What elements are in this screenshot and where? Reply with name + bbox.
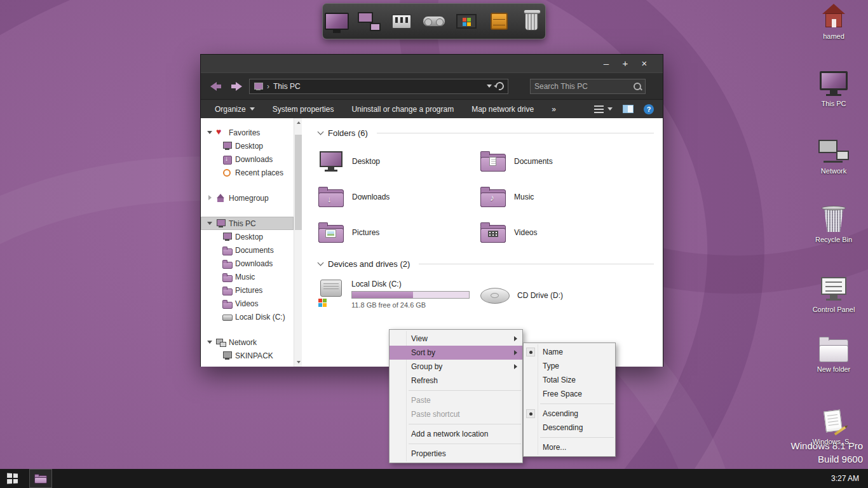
sidebar-item-videos[interactable]: Videos [201, 297, 294, 310]
submenu-item-name[interactable]: Name [524, 345, 615, 359]
titlebar[interactable]: – + × [201, 55, 663, 72]
submenu-item-free-space[interactable]: Free Space [524, 387, 615, 401]
taskbar-explorer-button[interactable] [29, 469, 52, 488]
sidebar-item-documents[interactable]: Documents [201, 243, 294, 257]
change-view-button[interactable] [594, 105, 613, 113]
desktop-icon-network[interactable]: Network [804, 139, 863, 175]
map-network-drive-button[interactable]: Map network drive [471, 105, 534, 114]
expander-icon[interactable] [207, 220, 213, 226]
submenu-item-type[interactable]: Type [524, 359, 615, 373]
submenu-item-more[interactable]: More... [524, 440, 615, 454]
submenu-item-total-size[interactable]: Total Size [524, 373, 615, 387]
sidebar-group-homegroup[interactable]: Homegroup [201, 191, 294, 205]
sidebar-item-downloads[interactable]: Downloads [201, 152, 294, 166]
refresh-icon[interactable] [494, 81, 506, 92]
desktop-icon-new-folder[interactable]: New folder [804, 339, 863, 374]
help-icon[interactable]: ? [644, 104, 654, 114]
menu-item-view[interactable]: View [390, 332, 522, 346]
explorer-window: – + × › This PC Organize [200, 54, 663, 367]
dock-organizer-icon[interactable] [388, 7, 415, 36]
desktop-icon-this-pc[interactable]: This PC [804, 71, 863, 108]
dock-drawer-icon[interactable] [485, 7, 512, 36]
submenu-item-ascending[interactable]: Ascending [524, 407, 615, 421]
menu-separator [540, 403, 614, 404]
scrollbar-thumb[interactable] [295, 135, 302, 230]
maximize-button[interactable]: + [617, 55, 634, 72]
taskbar-clock[interactable]: 3:27 AM [831, 474, 868, 483]
sidebar-group-network[interactable]: Network [201, 336, 294, 349]
desktop-icon-hamed[interactable]: hamed [804, 4, 863, 41]
close-button[interactable]: × [636, 55, 653, 72]
scroll-down-button[interactable] [294, 358, 302, 367]
folder-tile-downloads[interactable]: ↓ Downloads [318, 179, 480, 215]
dock-game-controller-icon[interactable] [421, 7, 447, 36]
dock-media-pc-icon[interactable] [453, 7, 480, 36]
forward-button[interactable] [229, 79, 244, 93]
folder-tile-music[interactable]: ♪ Music [480, 179, 642, 215]
submenu-item-descending[interactable]: Descending [524, 421, 615, 435]
sidebar-item-local-disk[interactable]: Local Disk (C:) [201, 310, 294, 323]
organize-button[interactable]: Organize [215, 105, 255, 114]
expander-icon[interactable] [207, 195, 213, 201]
sidebar-item-pc-desktop[interactable]: Desktop [201, 230, 294, 243]
collapse-icon[interactable] [318, 260, 324, 266]
sidebar-scrollbar[interactable] [294, 118, 302, 367]
toolbar-overflow-button[interactable]: » [552, 105, 556, 114]
uninstall-button[interactable]: Uninstall or change a program [351, 105, 454, 114]
chevron-down-icon [607, 107, 613, 111]
dock-computers-icon[interactable] [356, 7, 383, 36]
this-pc-icon [254, 83, 263, 90]
folder-tile-desktop[interactable]: Desktop [318, 144, 480, 179]
sidebar-item-music[interactable]: Music [201, 270, 294, 283]
sidebar-item-pc-downloads[interactable]: Downloads [201, 257, 294, 270]
collapse-icon[interactable] [318, 129, 324, 135]
folder-tile-pictures[interactable]: Pictures [318, 215, 480, 250]
recent-places-icon [222, 168, 232, 177]
menu-item-sort-by[interactable]: Sort by [390, 346, 522, 360]
folder-icon [222, 273, 232, 281]
menu-item-refresh[interactable]: Refresh [390, 374, 522, 388]
search-box[interactable] [530, 79, 646, 94]
menu-item-group-by[interactable]: Group by [390, 360, 522, 374]
search-icon[interactable] [633, 82, 642, 91]
sidebar-item-label: Desktop [235, 233, 263, 241]
folder-tile-videos[interactable]: Videos [480, 215, 642, 250]
sidebar-group-favorites[interactable]: Favorites [201, 126, 294, 139]
sidebar-item-skinpack[interactable]: SKINPACK [201, 349, 294, 362]
expander-icon[interactable] [207, 339, 213, 345]
breadcrumb[interactable]: This PC [273, 82, 301, 91]
radio-selected-icon [526, 348, 535, 356]
address-dropdown-icon[interactable] [487, 85, 492, 88]
drive-free-space: 11.8 GB free of 24.6 GB [351, 301, 470, 309]
desktop-icon-recycle-bin[interactable]: Recycle Bin [804, 206, 863, 244]
back-button[interactable] [208, 79, 224, 93]
folder-icon [222, 246, 232, 255]
menu-item-properties[interactable]: Properties [390, 447, 522, 461]
folders-section-header[interactable]: Folders (6) [318, 126, 654, 140]
map-network-drive-label: Map network drive [471, 105, 534, 114]
desktop-icon-windows-s[interactable]: Windows_S... [804, 409, 863, 446]
minimize-button[interactable]: – [598, 55, 614, 72]
search-input[interactable] [534, 82, 633, 91]
sidebar-group-this-pc[interactable]: This PC [201, 217, 294, 230]
folder-tile-documents[interactable]: Documents [480, 144, 642, 179]
devices-section-header[interactable]: Devices and drives (2) [318, 257, 654, 271]
menu-item-add-network-location[interactable]: Add a network location [390, 427, 522, 441]
sidebar-item-recent-places[interactable]: Recent places [201, 166, 294, 179]
sidebar-item-pictures[interactable]: Pictures [201, 283, 294, 297]
start-button[interactable] [0, 469, 25, 488]
menu-item-label: Refresh [411, 376, 438, 385]
system-properties-button[interactable]: System properties [273, 105, 334, 114]
desktop-icon-control-panel[interactable]: Control Panel [804, 277, 863, 314]
organize-label: Organize [215, 105, 246, 114]
address-bar[interactable]: › This PC [249, 79, 508, 94]
dock-this-pc-icon[interactable] [323, 7, 350, 36]
expander-icon[interactable] [207, 130, 213, 135]
scroll-up-button[interactable] [294, 118, 302, 127]
preview-pane-icon[interactable] [623, 105, 634, 113]
sidebar-group-label: Homegroup [229, 194, 269, 203]
dock-trash-icon[interactable] [518, 7, 545, 36]
drive-tile-cd[interactable]: CD Drive (D:) [480, 274, 563, 309]
sidebar-item-desktop[interactable]: Desktop [201, 139, 294, 152]
drive-tile-local-disk[interactable]: Local Disk (C:) 11.8 GB free of 24.6 GB [318, 274, 480, 309]
